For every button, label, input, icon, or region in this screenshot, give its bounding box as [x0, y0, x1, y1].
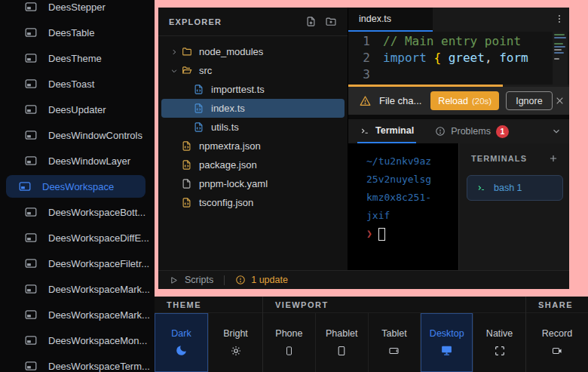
code-line: 1// Main entry point [348, 33, 569, 50]
explorer-title: EXPLORER [169, 17, 305, 26]
reload-button[interactable]: Reload (20s) [430, 91, 499, 110]
sidebar-item-deesworkspacefiletr[interactable]: DeesWorkspaceFiletr... [6, 251, 145, 276]
new-file-icon[interactable] [305, 16, 317, 27]
tree-item-tsconfig-json[interactable]: tsconfig.json [161, 193, 345, 212]
sidebar-item-label: DeesWindowControls [48, 130, 142, 141]
tree-item-label: pnpm-lock.yaml [199, 178, 268, 189]
button-label: Tablet [381, 328, 406, 339]
terminal-line: kmz0x8c251- [366, 189, 458, 207]
sidebar-item-label: DeesWorkspaceDiffE... [48, 232, 149, 244]
sidebar-item-label: DeesTheme [48, 53, 102, 64]
code-lines: 1// Main entry point2import { greet, for… [348, 33, 569, 83]
button-label: Desktop [430, 328, 464, 339]
sidebar-item-deesstepper[interactable]: DeesStepper [6, 0, 145, 20]
json-file-icon [181, 140, 193, 152]
reload-countdown: (20s) [472, 97, 492, 106]
record-button[interactable]: Record [526, 313, 588, 372]
component-icon [25, 130, 37, 140]
tablet-button[interactable]: Tablet [369, 313, 421, 372]
dees-workspace-panel: EXPLORER node_modulessrcimporttest.tsind… [158, 8, 569, 289]
bottom-panel-body: ~/tu2nkv9az25v2nuyelsgkmz0x8c251-jxif ❯ … [348, 143, 569, 270]
tablet-icon [387, 344, 401, 358]
sidebar-item-deeswindowcontrols[interactable]: DeesWindowControls [6, 122, 145, 148]
explorer-header: EXPLORER [158, 8, 348, 36]
sidebar-item-label: DeesWorkspaceBott... [48, 207, 145, 218]
tree-item-npmextra-json[interactable]: npmextra.json [161, 137, 345, 155]
add-terminal-icon[interactable] [548, 153, 559, 164]
component-icon [25, 155, 37, 166]
tree-item-package-json[interactable]: package.json [161, 155, 345, 174]
native-button[interactable]: Native [473, 313, 525, 372]
file-tree: node_modulessrcimporttest.tsindex.tsutil… [158, 36, 348, 212]
button-label: Record [542, 328, 572, 339]
component-icon [25, 335, 37, 346]
terminal-output[interactable]: ~/tu2nkv9az25v2nuyelsgkmz0x8c251-jxif ❯ [348, 143, 458, 270]
component-icon [25, 53, 37, 63]
sidebar-item-deesworkspacediffe[interactable]: DeesWorkspaceDiffE... [6, 225, 145, 251]
sidebar-item-label: DeesWorkspaceTerm... [48, 361, 150, 372]
sidebar-item-deestable[interactable]: DeesTable [6, 20, 145, 45]
more-actions-icon[interactable] [554, 13, 565, 25]
dark-button[interactable]: Dark [155, 313, 209, 372]
problems-icon [435, 126, 446, 137]
close-icon[interactable] [553, 96, 567, 106]
sidebar-item-label: DeesWorkspaceFiletr... [48, 258, 149, 269]
json-file-icon [181, 197, 193, 209]
sidebar-item-deeswindowlayer[interactable]: DeesWindowLayer [6, 148, 145, 174]
tree-item-importtest-ts[interactable]: importtest.ts [161, 80, 345, 99]
tree-item-index-ts[interactable]: index.ts [161, 99, 345, 118]
terminal-line: 25v2nuyelsg [366, 171, 458, 189]
tree-item-label: src [199, 65, 212, 76]
button-label: Phone [275, 328, 302, 339]
sidebar-item-label: DeesToast [48, 78, 94, 90]
phablet-button[interactable]: Phablet [316, 313, 369, 372]
tree-item-utils-ts[interactable]: utils.ts [161, 118, 345, 137]
json-file-icon [181, 159, 193, 171]
line-number: 1 [348, 33, 383, 50]
phone-button[interactable]: Phone [263, 313, 316, 372]
tab-terminal[interactable]: Terminal [357, 119, 416, 143]
problems-tab-label: Problems [451, 126, 491, 137]
update-status[interactable]: 1 update [251, 275, 288, 285]
chevron-down-icon[interactable] [551, 126, 562, 137]
scripts-button[interactable]: Scripts [185, 275, 213, 285]
sidebar-item-label: DeesWindowLayer [48, 155, 130, 167]
sidebar-item-deesworkspacemon[interactable]: DeesWorkspaceMon... [6, 327, 145, 353]
code-line: 2import { greet, form [348, 50, 569, 66]
sidebar-item-deesworkspacebott[interactable]: DeesWorkspaceBott... [6, 199, 145, 225]
desktop-button[interactable]: Desktop [421, 313, 473, 372]
sidebar-item-deestheme[interactable]: DeesTheme [6, 45, 145, 71]
sidebar-item-deesworkspace[interactable]: DeesWorkspace [6, 175, 145, 198]
sidebar-item-deesupdater[interactable]: DeesUpdater [6, 97, 145, 122]
tree-item-pnpm-lock-yaml[interactable]: pnpm-lock.yaml [161, 174, 345, 193]
terminal-prompt: ❯ [366, 225, 372, 243]
tree-item-src[interactable]: src [161, 61, 345, 80]
tab-problems[interactable]: Problems 1 [433, 119, 511, 143]
line-number: 3 [348, 66, 383, 83]
button-label: Phablet [326, 328, 357, 339]
native-icon [494, 344, 506, 358]
terminal-session-bash-1[interactable]: bash 1 [467, 175, 563, 201]
file-icon [181, 178, 193, 190]
new-folder-icon[interactable] [325, 16, 337, 27]
bright-button[interactable]: Bright [209, 313, 262, 372]
terminal-lines: ~/tu2nkv9az25v2nuyelsgkmz0x8c251-jxif [366, 152, 458, 225]
minimap[interactable] [553, 32, 568, 85]
tree-item-node-modules[interactable]: node_modules [161, 42, 345, 61]
ignore-button[interactable]: Ignore [506, 91, 552, 110]
component-icon [19, 181, 31, 192]
editor-column: index.ts 1// Main entry point2import { g… [348, 8, 569, 270]
file-changed-notification: File cha... Reload (20s) Ignore [348, 87, 569, 115]
folder-icon [181, 46, 193, 58]
sidebar-item-deesworkspacemark[interactable]: DeesWorkspaceMark... [6, 276, 145, 302]
sidebar-item-deestoast[interactable]: DeesToast [6, 71, 145, 97]
tab-index-ts[interactable]: index.ts [348, 8, 433, 32]
phone-icon [284, 344, 294, 358]
button-label: Dark [171, 328, 191, 339]
terminals-title: TERMINALS [471, 154, 548, 163]
component-icon [25, 78, 37, 89]
sidebar-item-deesworkspaceterm[interactable]: DeesWorkspaceTerm... [6, 353, 145, 372]
statusbar-divider [224, 275, 225, 285]
sidebar-item-deesworkspacemark[interactable]: DeesWorkspaceMark... [6, 302, 145, 327]
code-editor[interactable]: 1// Main entry point2import { greet, for… [348, 32, 569, 85]
